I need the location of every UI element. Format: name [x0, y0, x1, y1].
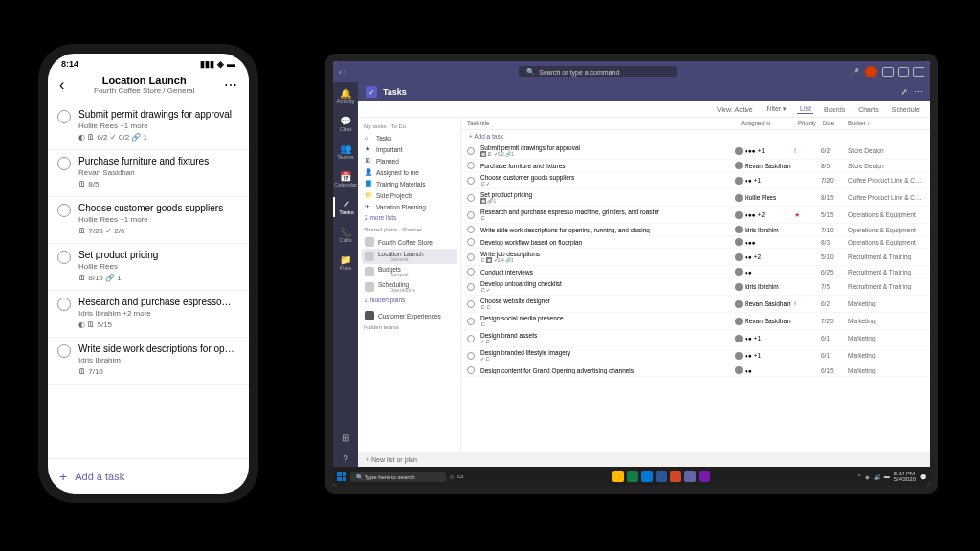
- tray-battery-icon[interactable]: ▬: [884, 474, 890, 479]
- task-item[interactable]: Set product pricing Hollie Rees 🗓 8/15 🔗…: [48, 244, 249, 291]
- maximize-button[interactable]: [898, 67, 909, 77]
- rail-calls[interactable]: 📞Calls: [333, 225, 358, 245]
- table-row[interactable]: Research and purchase espresso machine, …: [461, 207, 930, 224]
- table-row[interactable]: Develop workflow based on floorplan ●●● …: [461, 236, 930, 249]
- sidebar-item-vacation planning[interactable]: ✈Vacation Planning: [362, 201, 457, 212]
- row-checkbox[interactable]: [467, 318, 475, 325]
- plan-location launch[interactable]: Location LaunchGeneral: [362, 249, 457, 264]
- nav-back-icon[interactable]: ‹ ›: [339, 68, 346, 77]
- phone-task-list[interactable]: Submit permit drawings for approval Holl…: [48, 99, 249, 458]
- task-item[interactable]: Research and purchase espresso… Idris Ib…: [48, 291, 249, 338]
- plan-fourth coffee store[interactable]: Fourth Coffee Store: [362, 235, 457, 249]
- row-checkbox[interactable]: [467, 147, 475, 155]
- tb-teams-icon[interactable]: [684, 471, 696, 482]
- cortana-icon[interactable]: ○: [450, 474, 454, 480]
- filter-dropdown[interactable]: Filter ▾: [764, 104, 791, 114]
- col-title[interactable]: Task title: [467, 121, 741, 126]
- sidebar-item-training materials[interactable]: 📘Training Materials: [362, 178, 457, 189]
- table-row[interactable]: Purchase furniture and fixtures Revan Sa…: [461, 160, 930, 172]
- tray-wifi-icon[interactable]: ◈: [865, 474, 870, 480]
- sidebar-item-tasks[interactable]: ⌂Tasks: [362, 132, 457, 143]
- table-row[interactable]: Design content for Grand Opening adverti…: [461, 364, 930, 377]
- tray-up-icon[interactable]: ^: [858, 474, 861, 479]
- sidebar-item-planned[interactable]: 🗓Planned: [362, 155, 457, 166]
- table-row[interactable]: Choose website designer 🗒 🗒 Revan Sasidh…: [461, 296, 930, 313]
- table-row[interactable]: Design branded lifestyle imagery ✔ 🗒 ●● …: [461, 347, 930, 364]
- col-priority[interactable]: Priority: [798, 121, 823, 126]
- minimize-button[interactable]: [882, 67, 894, 77]
- rail-chat[interactable]: 💬Chat: [333, 114, 358, 134]
- row-checkbox[interactable]: [467, 194, 475, 202]
- row-checkbox[interactable]: [467, 268, 475, 276]
- task-checkbox[interactable]: [57, 110, 71, 123]
- row-checkbox[interactable]: [467, 253, 475, 261]
- col-due[interactable]: Due: [823, 121, 848, 126]
- task-item[interactable]: Write side work descriptions for op… Idr…: [48, 338, 249, 385]
- windows-search[interactable]: 🔍 Type here to search: [350, 472, 446, 482]
- task-checkbox[interactable]: [57, 344, 71, 358]
- back-icon[interactable]: ‹: [56, 77, 68, 94]
- table-row[interactable]: Choose customer goods suppliers 🗒 ✔ ●● +…: [461, 172, 930, 189]
- tab-schedule[interactable]: Schedule: [889, 105, 923, 114]
- sidebar-item-side projects[interactable]: 📁Side Projects: [362, 189, 457, 201]
- rail-help[interactable]: ?: [333, 452, 358, 467]
- app-more-icon[interactable]: ⋯: [914, 87, 923, 97]
- table-row[interactable]: Write job descriptions 🗒 🔲 ✔2/4 🔗1 ●● +2…: [461, 249, 930, 266]
- command-search[interactable]: 🔍 Search or type a command: [519, 66, 677, 77]
- new-list-button[interactable]: + New list or plan: [358, 452, 461, 467]
- plan-budgets[interactable]: BudgetsGeneral: [362, 264, 457, 279]
- table-row[interactable]: Submit permit drawings for approval 🔲 🗓 …: [461, 143, 930, 160]
- col-assigned[interactable]: Assigned to: [741, 121, 798, 126]
- tb-folder-icon[interactable]: [612, 471, 624, 482]
- task-checkbox[interactable]: [57, 204, 71, 217]
- row-checkbox[interactable]: [467, 283, 475, 291]
- add-task-row[interactable]: + Add a task: [461, 130, 930, 143]
- tray-time[interactable]: 5:14 PM5/4/2020: [894, 471, 916, 482]
- start-button[interactable]: [337, 472, 346, 481]
- task-item[interactable]: Choose customer goods suppliers Hollie R…: [48, 197, 249, 244]
- row-checkbox[interactable]: [467, 366, 475, 374]
- table-row[interactable]: Set product pricing 🔲 🔗1 Hollie Rees 8/1…: [461, 189, 930, 207]
- user-avatar[interactable]: [865, 66, 877, 77]
- rail-teams[interactable]: 👥Teams: [333, 142, 358, 162]
- task-item[interactable]: Submit permit drawings for approval Holl…: [48, 103, 249, 150]
- tab-charts[interactable]: Charts: [856, 105, 881, 114]
- row-checkbox[interactable]: [467, 335, 475, 342]
- task-checkbox[interactable]: [57, 157, 71, 170]
- close-button[interactable]: [913, 67, 924, 77]
- expand-icon[interactable]: ⤢: [901, 87, 908, 97]
- tab-list[interactable]: List: [797, 104, 813, 114]
- rail-tasks[interactable]: ✓Tasks: [333, 197, 358, 217]
- row-checkbox[interactable]: [467, 162, 475, 169]
- rail-activity[interactable]: 🔔Activity: [333, 86, 358, 106]
- taskview-icon[interactable]: ▭: [457, 473, 464, 480]
- tray-notif-icon[interactable]: 💬: [920, 474, 926, 480]
- table-row[interactable]: Write side work descriptions for opening…: [461, 224, 930, 236]
- rail-files[interactable]: 📁Files: [333, 253, 358, 273]
- row-checkbox[interactable]: [467, 177, 475, 185]
- table-row[interactable]: Conduct interviews ●● 6/25 Recruitment &…: [461, 266, 930, 278]
- task-checkbox[interactable]: [57, 298, 71, 311]
- customer-experiences-team[interactable]: Customer Experiences: [362, 309, 457, 322]
- sidebar-item-assigned to me[interactable]: 👤Assigned to me: [362, 166, 457, 178]
- row-checkbox[interactable]: [467, 352, 475, 360]
- task-item[interactable]: Purchase furniture and fixtures Revan Sa…: [48, 150, 249, 197]
- more-icon[interactable]: ⋯: [220, 77, 241, 93]
- table-row[interactable]: Develop onboarding checklist 🗒 ✔ Idris I…: [461, 278, 930, 296]
- rail-apps[interactable]: ⊞: [333, 430, 358, 445]
- table-row[interactable]: Design social media presence 🗒 Revan Sas…: [461, 313, 930, 330]
- task-checkbox[interactable]: [57, 251, 71, 264]
- hidden-plans-link[interactable]: 2 hidden plans: [362, 295, 457, 305]
- tb-edge-icon[interactable]: [641, 471, 653, 482]
- sidebar-item-important[interactable]: ★Important: [362, 143, 457, 155]
- rail-calendar[interactable]: 📅Calendar: [333, 169, 358, 189]
- tray-sound-icon[interactable]: 🔊: [874, 474, 880, 480]
- more-lists-link[interactable]: 2 more lists: [362, 212, 457, 223]
- plan-scheduling[interactable]: SchedulingOperations: [362, 279, 457, 295]
- col-bucket[interactable]: Bucket ↓: [848, 121, 924, 126]
- tb-word-icon[interactable]: [656, 471, 667, 482]
- table-row[interactable]: Design brand assets ✔ 🗒 ●● +1 6/1 Market…: [461, 330, 930, 347]
- tb-excel-icon[interactable]: [627, 471, 638, 482]
- row-checkbox[interactable]: [467, 238, 475, 246]
- add-task-button[interactable]: + Add a task: [48, 458, 249, 494]
